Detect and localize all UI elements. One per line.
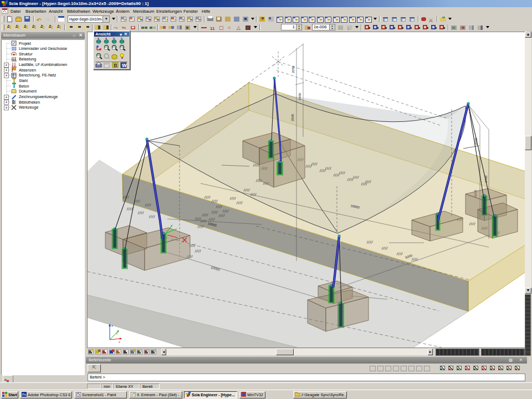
svg-text:2050: 2050 (291, 65, 295, 73)
svg-text:3400: 3400 (298, 93, 301, 100)
svg-text:Ps: Ps (22, 393, 26, 396)
svg-text:3500: 3500 (291, 114, 294, 121)
svg-text:z: z (111, 324, 113, 328)
svg-text:W: W (122, 63, 127, 68)
svg-text:B: B (114, 63, 117, 68)
svg-text:Y: Y (116, 332, 118, 335)
svg-text:x: x (119, 340, 120, 344)
